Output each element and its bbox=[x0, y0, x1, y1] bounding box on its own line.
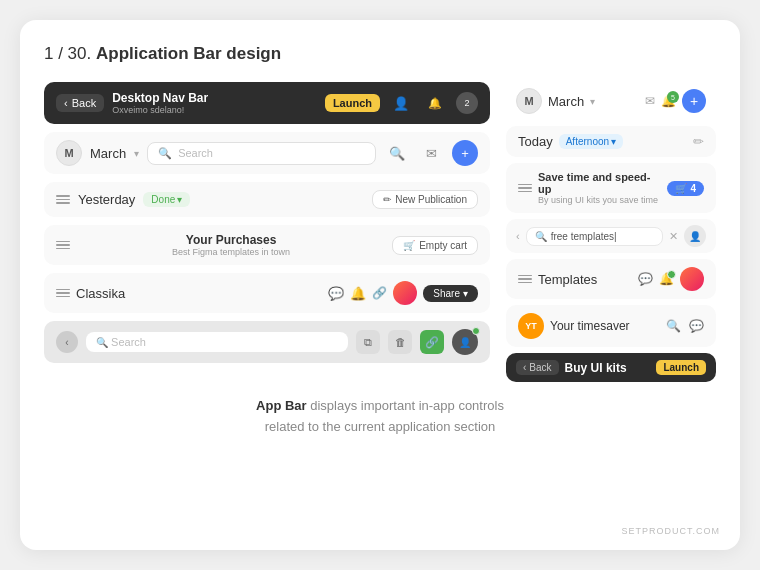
search-icon-timesaver[interactable]: 🔍 bbox=[666, 319, 681, 333]
menu-icon-2 bbox=[56, 241, 70, 250]
avatar-m: M bbox=[56, 140, 82, 166]
templates-row: Templates 💬 🔔 bbox=[506, 259, 716, 299]
menu-icon-templates bbox=[518, 275, 532, 284]
notification-badge: 2 bbox=[456, 92, 478, 114]
arrow-left-buy: ‹ bbox=[523, 362, 526, 373]
badge-chevron: ▾ bbox=[177, 194, 182, 205]
page-title: 1 / 30. Application Bar design bbox=[44, 44, 716, 64]
user-avatar bbox=[393, 281, 417, 305]
chat-icon[interactable]: 💬 bbox=[328, 286, 344, 301]
launch-btn-buy[interactable]: Launch bbox=[656, 360, 706, 375]
pencil-icon: ✏ bbox=[383, 194, 391, 205]
speedup-info: Save time and speed-up By using UI kits … bbox=[538, 171, 661, 205]
search-bar-row: ‹ 🔍 Search ⧉ 🗑 🔗 👤 bbox=[44, 321, 490, 363]
back-button[interactable]: ‹ Back bbox=[56, 94, 104, 112]
edit-icon[interactable]: ✏ bbox=[693, 134, 704, 149]
chat-icon-templates[interactable]: 💬 bbox=[638, 272, 653, 286]
nav-title: Desktop Nav Bar bbox=[112, 91, 208, 105]
bell-badge-right: 🔔 5 bbox=[661, 94, 676, 108]
search-input[interactable]: 🔍 Search bbox=[86, 332, 348, 352]
clear-icon[interactable]: ✕ bbox=[669, 230, 678, 243]
link-action-icon[interactable]: 🔗 bbox=[420, 330, 444, 354]
purchases-title: Your Purchases bbox=[70, 233, 392, 247]
classika-row: Classika 💬 🔔 🔗 Share ▾ bbox=[44, 273, 490, 313]
done-badge: Done ▾ bbox=[143, 192, 190, 207]
cart-badge[interactable]: 🛒 4 bbox=[667, 181, 704, 196]
yesterday-row: Yesterday Done ▾ ✏ New Publication bbox=[44, 182, 490, 217]
delete-icon[interactable]: 🗑 bbox=[388, 330, 412, 354]
afternoon-chevron: ▾ bbox=[611, 136, 616, 147]
left-arrow-icon: ‹ bbox=[64, 97, 68, 109]
empty-cart-button[interactable]: 🛒 Empty cart bbox=[392, 236, 478, 255]
desktop-nav-bar-row: ‹ Back Desktop Nav Bar Oxveimo sdelano! … bbox=[44, 82, 490, 124]
footer: App Bar displays important in-app contro… bbox=[44, 396, 716, 438]
yt-avatar: YT bbox=[518, 313, 544, 339]
cart-icon-right: 🛒 bbox=[675, 183, 687, 194]
search-icon: 🔍 bbox=[158, 147, 172, 160]
user-icon[interactable]: 👤 bbox=[388, 90, 414, 116]
buy-title: Buy UI kits bbox=[565, 361, 627, 375]
search-field[interactable]: 🔍 Search bbox=[147, 142, 376, 165]
purchases-row: Your Purchases Best Figma templates in t… bbox=[44, 225, 490, 265]
classika-label: Classika bbox=[76, 286, 125, 301]
bell-count: 5 bbox=[667, 91, 679, 103]
bell-icon-templates: 🔔 bbox=[659, 272, 674, 286]
add-button[interactable]: + bbox=[452, 140, 478, 166]
today-row: Today Afternoon ▾ ✏ bbox=[506, 126, 716, 157]
timesaver-label: Your timesaver bbox=[550, 319, 630, 333]
bell-icon-row[interactable]: 🔔 bbox=[350, 286, 366, 301]
purchases-subtitle: Best Figma templates in town bbox=[70, 247, 392, 257]
left-panel: ‹ Back Desktop Nav Bar Oxveimo sdelano! … bbox=[44, 82, 490, 382]
search-right-row: ‹ 🔍 free templates| ✕ 👤 bbox=[506, 219, 716, 253]
nav-subtitle: Oxveimo sdelano! bbox=[112, 105, 208, 115]
footer-bold: App Bar bbox=[256, 398, 307, 413]
mail-icon-right[interactable]: ✉ bbox=[645, 94, 655, 108]
right-header: M March ▾ ✉ 🔔 5 + bbox=[506, 82, 716, 120]
right-march-label: March bbox=[548, 94, 584, 109]
copy-icon[interactable]: ⧉ bbox=[356, 330, 380, 354]
avatar-templates bbox=[680, 267, 704, 291]
purchases-info: Your Purchases Best Figma templates in t… bbox=[70, 233, 392, 257]
timesaver-row: YT Your timesaver 🔍 💬 bbox=[506, 305, 716, 347]
search-icon-btn[interactable]: 🔍 bbox=[384, 140, 410, 166]
brand-label: SETPRODUCT.COM bbox=[621, 526, 720, 536]
search-magnifier: 🔍 bbox=[535, 231, 547, 242]
link-icon[interactable]: 🔗 bbox=[372, 286, 387, 300]
templates-label: Templates bbox=[538, 272, 597, 287]
chat-icon-timesaver[interactable]: 💬 bbox=[689, 319, 704, 333]
main-card: 1 / 30. Application Bar design ‹ Back De… bbox=[20, 20, 740, 550]
march-search-row: M March ▾ 🔍 Search 🔍 ✉ + bbox=[44, 132, 490, 174]
bell-icon[interactable]: 🔔 bbox=[422, 90, 448, 116]
cart-icon: 🛒 bbox=[403, 240, 415, 251]
content-area: ‹ Back Desktop Nav Bar Oxveimo sdelano! … bbox=[44, 82, 716, 382]
menu-icon-3 bbox=[56, 289, 70, 298]
menu-icon bbox=[56, 195, 70, 204]
share-button[interactable]: Share ▾ bbox=[423, 285, 478, 302]
chevron-left-icon[interactable]: ‹ bbox=[516, 230, 520, 242]
chevron-icon: ▾ bbox=[134, 148, 139, 159]
new-publication-button[interactable]: ✏ New Publication bbox=[372, 190, 478, 209]
search-right-input[interactable]: 🔍 free templates| bbox=[526, 227, 663, 246]
afternoon-badge: Afternoon ▾ bbox=[559, 134, 623, 149]
speedup-subtitle: By using UI kits you save time bbox=[538, 195, 661, 205]
user-search-icon[interactable]: 👤 bbox=[684, 225, 706, 247]
bell-templates[interactable]: 🔔 bbox=[659, 272, 674, 286]
buy-row: ‹ Back Buy UI kits Launch bbox=[506, 353, 716, 382]
right-march-chevron: ▾ bbox=[590, 96, 595, 107]
online-dot bbox=[472, 327, 480, 335]
avatar-with-badge: 👤 bbox=[452, 329, 478, 355]
menu-icon-right bbox=[518, 184, 532, 193]
yesterday-label: Yesterday bbox=[78, 192, 135, 207]
launch-button[interactable]: Launch bbox=[325, 94, 380, 112]
right-avatar-m: M bbox=[516, 88, 542, 114]
back-btn-buy[interactable]: ‹ Back bbox=[516, 360, 559, 375]
march-label: March bbox=[90, 146, 126, 161]
mail-icon-btn[interactable]: ✉ bbox=[418, 140, 444, 166]
speedup-row: Save time and speed-up By using UI kits … bbox=[506, 163, 716, 213]
share-chevron: ▾ bbox=[463, 288, 468, 299]
back-circle[interactable]: ‹ bbox=[56, 331, 78, 353]
right-panel: M March ▾ ✉ 🔔 5 + Today Afternoon bbox=[506, 82, 716, 382]
add-btn-right[interactable]: + bbox=[682, 89, 706, 113]
today-label: Today bbox=[518, 134, 553, 149]
speedup-title: Save time and speed-up bbox=[538, 171, 661, 195]
